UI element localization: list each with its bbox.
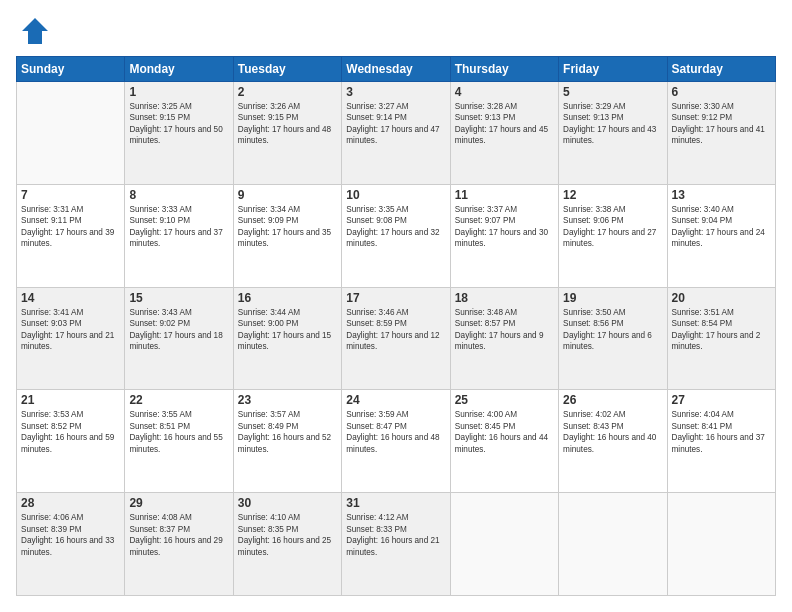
sunset-text: Sunset: 9:00 PM [238,319,299,328]
day-info: Sunrise: 3:48 AMSunset: 8:57 PMDaylight:… [455,307,554,353]
sunrise-text: Sunrise: 3:37 AM [455,205,517,214]
calendar-cell [559,493,667,596]
day-number: 23 [238,393,337,407]
daylight-text: Daylight: 16 hours and 25 minutes. [238,536,331,556]
sunrise-text: Sunrise: 3:38 AM [563,205,625,214]
calendar-cell: 14Sunrise: 3:41 AMSunset: 9:03 PMDayligh… [17,287,125,390]
day-info: Sunrise: 3:37 AMSunset: 9:07 PMDaylight:… [455,204,554,250]
day-info: Sunrise: 3:57 AMSunset: 8:49 PMDaylight:… [238,409,337,455]
day-info: Sunrise: 3:55 AMSunset: 8:51 PMDaylight:… [129,409,228,455]
day-info: Sunrise: 3:26 AMSunset: 9:15 PMDaylight:… [238,101,337,147]
day-number: 9 [238,188,337,202]
day-number: 26 [563,393,662,407]
calendar-cell: 12Sunrise: 3:38 AMSunset: 9:06 PMDayligh… [559,184,667,287]
sunrise-text: Sunrise: 3:28 AM [455,102,517,111]
day-info: Sunrise: 3:30 AMSunset: 9:12 PMDaylight:… [672,101,771,147]
calendar-cell: 24Sunrise: 3:59 AMSunset: 8:47 PMDayligh… [342,390,450,493]
weekday-header: Wednesday [342,57,450,82]
calendar-cell: 22Sunrise: 3:55 AMSunset: 8:51 PMDayligh… [125,390,233,493]
sunrise-text: Sunrise: 4:12 AM [346,513,408,522]
calendar-cell: 25Sunrise: 4:00 AMSunset: 8:45 PMDayligh… [450,390,558,493]
calendar-cell: 13Sunrise: 3:40 AMSunset: 9:04 PMDayligh… [667,184,775,287]
daylight-text: Daylight: 17 hours and 2 minutes. [672,331,761,351]
daylight-text: Daylight: 16 hours and 59 minutes. [21,433,114,453]
calendar-cell: 27Sunrise: 4:04 AMSunset: 8:41 PMDayligh… [667,390,775,493]
sunrise-text: Sunrise: 3:29 AM [563,102,625,111]
daylight-text: Daylight: 16 hours and 44 minutes. [455,433,548,453]
day-number: 14 [21,291,120,305]
weekday-header: Tuesday [233,57,341,82]
day-info: Sunrise: 3:40 AMSunset: 9:04 PMDaylight:… [672,204,771,250]
calendar-week-row: 28Sunrise: 4:06 AMSunset: 8:39 PMDayligh… [17,493,776,596]
sunrise-text: Sunrise: 4:02 AM [563,410,625,419]
day-info: Sunrise: 4:00 AMSunset: 8:45 PMDaylight:… [455,409,554,455]
sunrise-text: Sunrise: 3:41 AM [21,308,83,317]
calendar-week-row: 14Sunrise: 3:41 AMSunset: 9:03 PMDayligh… [17,287,776,390]
day-info: Sunrise: 3:34 AMSunset: 9:09 PMDaylight:… [238,204,337,250]
sunrise-text: Sunrise: 3:44 AM [238,308,300,317]
calendar-cell: 3Sunrise: 3:27 AMSunset: 9:14 PMDaylight… [342,82,450,185]
header [16,16,776,46]
day-info: Sunrise: 4:12 AMSunset: 8:33 PMDaylight:… [346,512,445,558]
daylight-text: Daylight: 17 hours and 30 minutes. [455,228,548,248]
logo-icon [20,16,50,46]
daylight-text: Daylight: 17 hours and 27 minutes. [563,228,656,248]
calendar-cell: 9Sunrise: 3:34 AMSunset: 9:09 PMDaylight… [233,184,341,287]
daylight-text: Daylight: 17 hours and 12 minutes. [346,331,439,351]
daylight-text: Daylight: 17 hours and 32 minutes. [346,228,439,248]
sunset-text: Sunset: 9:09 PM [238,216,299,225]
sunset-text: Sunset: 9:07 PM [455,216,516,225]
day-number: 6 [672,85,771,99]
sunrise-text: Sunrise: 3:31 AM [21,205,83,214]
day-number: 24 [346,393,445,407]
sunset-text: Sunset: 8:33 PM [346,525,407,534]
day-info: Sunrise: 3:44 AMSunset: 9:00 PMDaylight:… [238,307,337,353]
day-number: 8 [129,188,228,202]
sunset-text: Sunset: 8:51 PM [129,422,190,431]
sunrise-text: Sunrise: 4:08 AM [129,513,191,522]
day-info: Sunrise: 3:27 AMSunset: 9:14 PMDaylight:… [346,101,445,147]
day-number: 3 [346,85,445,99]
day-number: 1 [129,85,228,99]
sunset-text: Sunset: 9:15 PM [238,113,299,122]
calendar-cell: 6Sunrise: 3:30 AMSunset: 9:12 PMDaylight… [667,82,775,185]
sunrise-text: Sunrise: 3:57 AM [238,410,300,419]
day-number: 12 [563,188,662,202]
sunset-text: Sunset: 8:43 PM [563,422,624,431]
day-info: Sunrise: 3:33 AMSunset: 9:10 PMDaylight:… [129,204,228,250]
daylight-text: Daylight: 17 hours and 24 minutes. [672,228,765,248]
sunrise-text: Sunrise: 3:46 AM [346,308,408,317]
sunrise-text: Sunrise: 3:59 AM [346,410,408,419]
sunrise-text: Sunrise: 3:30 AM [672,102,734,111]
calendar-cell: 20Sunrise: 3:51 AMSunset: 8:54 PMDayligh… [667,287,775,390]
day-info: Sunrise: 4:10 AMSunset: 8:35 PMDaylight:… [238,512,337,558]
day-info: Sunrise: 3:28 AMSunset: 9:13 PMDaylight:… [455,101,554,147]
sunrise-text: Sunrise: 3:25 AM [129,102,191,111]
daylight-text: Daylight: 16 hours and 29 minutes. [129,536,222,556]
daylight-text: Daylight: 17 hours and 15 minutes. [238,331,331,351]
calendar-cell: 8Sunrise: 3:33 AMSunset: 9:10 PMDaylight… [125,184,233,287]
sunset-text: Sunset: 9:08 PM [346,216,407,225]
daylight-text: Daylight: 16 hours and 33 minutes. [21,536,114,556]
day-number: 10 [346,188,445,202]
calendar-cell: 10Sunrise: 3:35 AMSunset: 9:08 PMDayligh… [342,184,450,287]
daylight-text: Daylight: 17 hours and 50 minutes. [129,125,222,145]
day-number: 16 [238,291,337,305]
calendar-cell [667,493,775,596]
daylight-text: Daylight: 17 hours and 18 minutes. [129,331,222,351]
calendar-cell: 31Sunrise: 4:12 AMSunset: 8:33 PMDayligh… [342,493,450,596]
daylight-text: Daylight: 16 hours and 55 minutes. [129,433,222,453]
daylight-text: Daylight: 17 hours and 9 minutes. [455,331,544,351]
day-number: 21 [21,393,120,407]
weekday-header: Sunday [17,57,125,82]
sunset-text: Sunset: 8:35 PM [238,525,299,534]
day-info: Sunrise: 4:04 AMSunset: 8:41 PMDaylight:… [672,409,771,455]
sunset-text: Sunset: 9:13 PM [563,113,624,122]
day-number: 11 [455,188,554,202]
sunset-text: Sunset: 9:03 PM [21,319,82,328]
day-info: Sunrise: 3:43 AMSunset: 9:02 PMDaylight:… [129,307,228,353]
day-number: 18 [455,291,554,305]
daylight-text: Daylight: 17 hours and 45 minutes. [455,125,548,145]
weekday-header: Saturday [667,57,775,82]
calendar-cell: 28Sunrise: 4:06 AMSunset: 8:39 PMDayligh… [17,493,125,596]
